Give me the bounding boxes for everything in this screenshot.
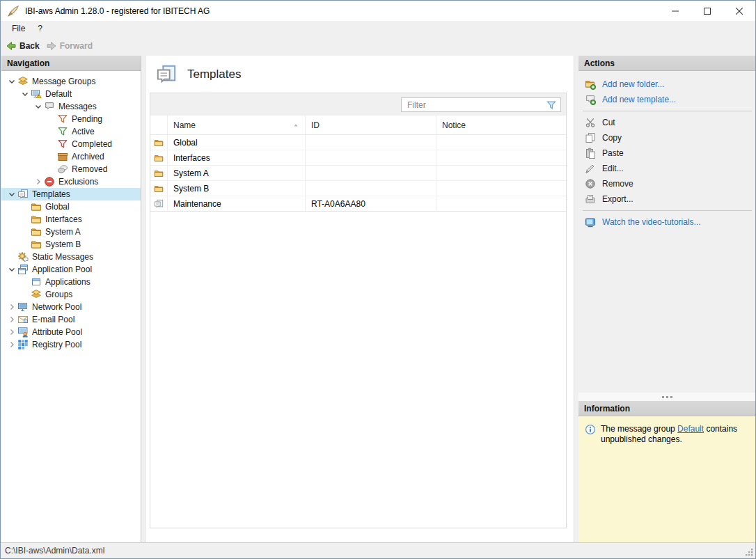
watch-video-tutorials-link[interactable]: Watch the video-tutorials... xyxy=(578,214,756,230)
default-message-group-link[interactable]: Default xyxy=(677,424,704,434)
actions-separator xyxy=(583,210,752,211)
nav-item-default[interactable]: Default xyxy=(1,88,141,100)
nav-item-groups[interactable]: Groups xyxy=(1,288,141,301)
chevron-right-icon[interactable] xyxy=(6,326,17,338)
nav-item-global[interactable]: Global xyxy=(1,200,141,213)
nav-item-email-pool[interactable]: E-mail Pool xyxy=(1,313,141,326)
page-title-row: Templates xyxy=(156,61,241,88)
nav-item-application-pool[interactable]: Application Pool xyxy=(1,263,141,276)
archived-box-icon xyxy=(57,151,68,162)
active-funnel-icon xyxy=(57,126,68,137)
table-row-maintenance[interactable]: Maintenance RT-A0A6AA80 xyxy=(150,196,566,212)
nav-item-archived[interactable]: Archived xyxy=(1,150,141,163)
back-arrow-icon xyxy=(6,40,17,52)
chevron-spacer xyxy=(45,164,57,175)
add-new-folder-button[interactable]: Add new folder... xyxy=(578,77,756,92)
nav-item-completed[interactable]: Completed xyxy=(1,138,141,150)
table-row-system-b[interactable]: System B xyxy=(150,181,566,196)
chevron-right-icon[interactable] xyxy=(6,301,17,313)
folder-icon xyxy=(31,201,42,212)
forward-button[interactable]: Forward xyxy=(44,39,97,53)
nav-item-system-b[interactable]: System B xyxy=(1,238,141,251)
removed-coins-icon xyxy=(57,164,68,175)
chevron-down-icon[interactable] xyxy=(6,76,17,87)
resize-grip[interactable] xyxy=(746,549,754,557)
pencil-icon xyxy=(585,163,596,174)
nav-item-message-groups[interactable]: Message Groups xyxy=(1,75,141,88)
column-header-notice[interactable]: Notice xyxy=(436,116,566,134)
chevron-spacer xyxy=(45,151,57,162)
status-bar: C:\IBI-aws\Admin\Data.xml xyxy=(1,542,755,558)
chevron-down-icon[interactable] xyxy=(32,101,44,112)
paste-icon xyxy=(585,148,596,159)
back-button[interactable]: Back xyxy=(3,39,44,53)
maximize-icon xyxy=(704,8,711,15)
nav-item-system-a[interactable]: System A xyxy=(1,226,141,238)
email-pool-envelope-icon xyxy=(17,314,29,325)
add-folder-icon xyxy=(585,79,596,90)
table-row-global[interactable]: Global xyxy=(150,135,566,150)
completed-funnel-icon xyxy=(57,139,68,150)
nav-item-registry-pool[interactable]: Registry Pool xyxy=(1,338,141,351)
folder-icon xyxy=(154,184,164,194)
close-icon xyxy=(736,8,743,15)
messages-icon xyxy=(44,101,55,112)
chevron-down-icon[interactable] xyxy=(19,88,31,100)
cut-button[interactable]: Cut xyxy=(578,115,756,130)
content-area: Navigation Message Groups Default Messag… xyxy=(1,56,755,542)
data-file-path: C:\IBI-aws\Admin\Data.xml xyxy=(5,546,104,556)
folder-icon xyxy=(31,239,42,250)
maximize-button[interactable] xyxy=(691,1,723,21)
nav-item-static-messages[interactable]: Static Messages xyxy=(1,251,141,263)
folder-icon xyxy=(31,214,42,225)
nav-item-messages[interactable]: Messages xyxy=(1,100,141,113)
export-button[interactable]: Export... xyxy=(578,191,756,207)
add-new-template-button[interactable]: Add new template... xyxy=(578,92,756,107)
paste-button[interactable]: Paste xyxy=(578,145,756,161)
title-bar: IBI-aws Admin 1.28.0 - registered for IB… xyxy=(1,1,755,21)
table-row-system-a[interactable]: System A xyxy=(150,166,566,181)
toolbar: Back Forward xyxy=(1,36,755,56)
nav-item-templates[interactable]: Templates xyxy=(1,188,141,200)
remove-button[interactable]: Remove xyxy=(578,176,756,191)
folder-icon xyxy=(154,153,164,163)
chevron-right-icon[interactable] xyxy=(6,314,17,325)
menu-file[interactable]: File xyxy=(6,21,31,36)
filter-funnel-icon[interactable] xyxy=(546,100,557,111)
nav-item-pending[interactable]: Pending xyxy=(1,113,141,125)
nav-item-removed[interactable]: Removed xyxy=(1,163,141,175)
chevron-spacer xyxy=(45,126,57,137)
tv-icon xyxy=(585,216,596,228)
chevron-right-icon[interactable] xyxy=(6,339,17,350)
nav-item-network-pool[interactable]: Network Pool xyxy=(1,301,141,313)
chevron-right-icon[interactable] xyxy=(32,176,44,187)
pending-funnel-icon xyxy=(57,113,68,125)
column-header-icon[interactable] xyxy=(150,116,168,134)
folder-icon xyxy=(154,138,164,148)
edit-button[interactable]: Edit... xyxy=(578,161,756,176)
filter-input[interactable] xyxy=(401,97,561,112)
table-row-interfaces[interactable]: Interfaces xyxy=(150,150,566,166)
column-header-name[interactable]: Name xyxy=(168,116,306,134)
close-button[interactable] xyxy=(723,1,755,21)
column-header-id[interactable]: ID xyxy=(306,116,436,134)
copy-icon xyxy=(585,132,596,143)
copy-button[interactable]: Copy xyxy=(578,130,756,145)
chevron-down-icon[interactable] xyxy=(6,264,17,275)
chevron-spacer xyxy=(19,201,31,212)
nav-item-exclusions[interactable]: Exclusions xyxy=(1,175,141,188)
information-header: Information xyxy=(578,401,756,416)
nav-item-applications[interactable]: Applications xyxy=(1,276,141,288)
nav-item-attribute-pool[interactable]: Attribute Pool xyxy=(1,326,141,338)
nav-item-interfaces[interactable]: Interfaces xyxy=(1,213,141,226)
nav-item-active[interactable]: Active xyxy=(1,125,141,138)
chevron-spacer xyxy=(6,251,17,262)
panel-splitter[interactable] xyxy=(578,393,756,401)
chevron-down-icon[interactable] xyxy=(6,189,17,200)
minimize-button[interactable] xyxy=(659,1,691,21)
forward-arrow-icon xyxy=(46,40,57,52)
message-groups-icon xyxy=(17,76,29,87)
message-group-warning-icon xyxy=(31,88,42,100)
export-icon xyxy=(585,194,596,205)
menu-help[interactable]: ? xyxy=(31,21,49,36)
